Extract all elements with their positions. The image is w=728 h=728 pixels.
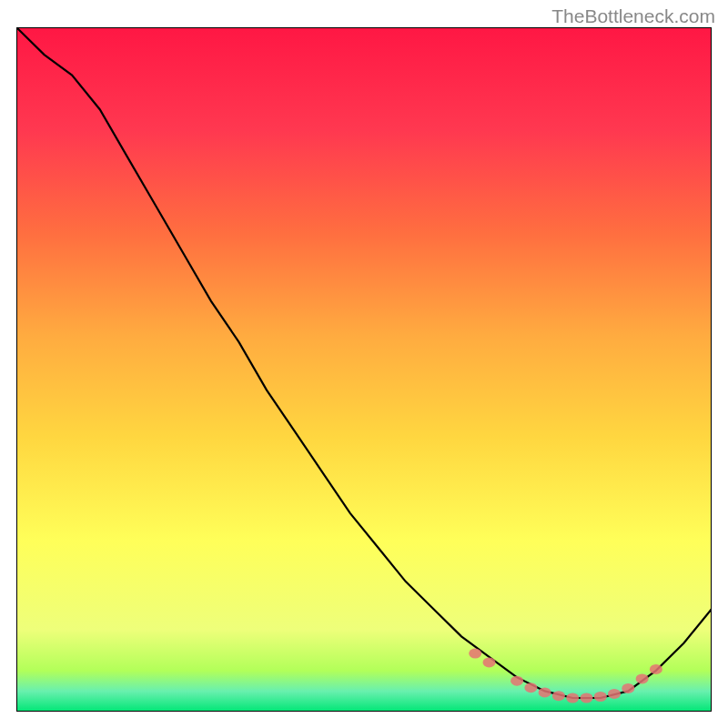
marker-dot [524, 682, 537, 693]
watermark-label: TheBottleneck.com [551, 5, 715, 27]
marker-dot [636, 673, 649, 683]
marker-dot [552, 691, 565, 701]
plot-area [16, 27, 712, 712]
marker-dot [566, 693, 579, 703]
marker-dot [469, 649, 481, 659]
marker-dots [469, 649, 662, 703]
plot-border [16, 27, 712, 712]
marker-dot [594, 692, 607, 702]
marker-dot [608, 689, 621, 699]
marker-dot [622, 683, 634, 693]
marker-dot [581, 693, 593, 703]
chart-overlay [16, 27, 712, 712]
marker-dot [650, 664, 662, 674]
marker-dot [539, 687, 551, 697]
curve-line [16, 27, 712, 698]
chart-container: TheBottleneck.com [0, 0, 728, 728]
marker-dot [511, 676, 523, 686]
marker-dot [483, 657, 496, 667]
